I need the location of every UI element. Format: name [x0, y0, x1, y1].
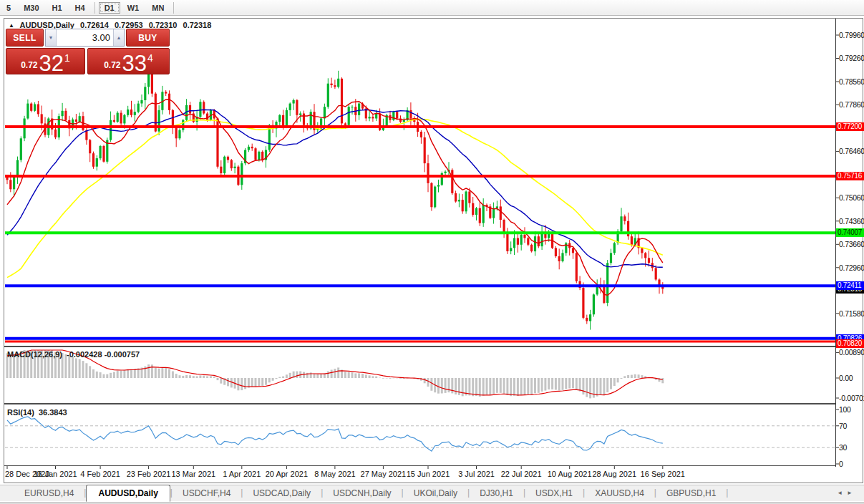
tab-scrollers: ◄► [837, 490, 857, 496]
timeframe-d1[interactable]: D1 [99, 2, 120, 14]
tab-usdcad[interactable]: USDCAD,Daily [243, 486, 321, 501]
one-click-trading-widget: SELL ▼ ▲ BUY 0.72 32 1 0.72 33 4 [6, 29, 170, 74]
timeframe-w1[interactable]: W1 [122, 2, 145, 14]
sell-button[interactable]: SELL [6, 29, 44, 47]
timeframe-h1[interactable]: H1 [47, 2, 68, 14]
buy-price-panel[interactable]: 0.72 33 4 [87, 48, 170, 74]
tab-usdchf[interactable]: USDCHF,H4 [173, 486, 241, 501]
tab-xauusd[interactable]: XAUUSD,H4 [585, 486, 654, 501]
buy-button[interactable]: BUY [126, 29, 170, 47]
tab-audusd[interactable]: AUDUSD,Daily [86, 485, 170, 502]
tab-scroll-right-icon[interactable]: ► [847, 490, 857, 496]
timeframe-h4[interactable]: H4 [69, 2, 91, 14]
tab-scroll-left-icon[interactable]: ◄ [837, 490, 847, 496]
macd-pane[interactable] [4, 348, 835, 403]
tab-usdcnh[interactable]: USDCNH,Daily [323, 486, 401, 501]
rsi-pane[interactable] [4, 405, 835, 465]
volume-input[interactable] [57, 29, 113, 46]
trading-terminal-window: 5M30H1H4D1W1MN 0.799600.792600.785600.77… [0, 0, 864, 504]
price-axis-divider [835, 19, 836, 467]
rsi-dates-divider [4, 465, 835, 466]
sell-price-prefix: 0.72 [21, 60, 37, 70]
sell-price-pip: 1 [64, 52, 70, 64]
volume-increase-icon[interactable]: ▲ [113, 29, 124, 46]
timeframe-5[interactable]: 5 [1, 2, 16, 14]
toolbar-separator [94, 2, 95, 14]
main-macd-splitter[interactable] [4, 346, 835, 347]
tab-separator: | [726, 488, 728, 499]
tab-gbpusd[interactable]: GBPUSD,H1 [656, 486, 726, 501]
timeframe-m30[interactable]: M30 [18, 2, 44, 14]
tab-dj30[interactable]: DJ30,H1 [470, 486, 523, 501]
volume-stepper: ▼ ▲ [45, 29, 125, 47]
chart-tabs-bar: EURUSD,H4|AUDUSD,Daily|USDCHF,H4|USDCAD,… [0, 485, 864, 501]
sell-price-big: 32 [39, 53, 64, 74]
tab-usdx[interactable]: USDX,H1 [525, 486, 583, 501]
tab-ukoil[interactable]: UKOil,Daily [404, 486, 467, 501]
timeframe-toolbar: 5M30H1H4D1W1MN [0, 0, 864, 16]
buy-price-prefix: 0.72 [104, 60, 120, 70]
macd-rsi-splitter[interactable] [4, 403, 835, 404]
buy-price-big: 33 [122, 53, 147, 74]
toolbar-separator [173, 2, 174, 14]
volume-decrease-icon[interactable]: ▼ [46, 29, 57, 46]
timeframe-mn[interactable]: MN [146, 2, 170, 14]
tab-eurusd[interactable]: EURUSD,H4 [14, 486, 84, 501]
buy-price-pip: 4 [147, 52, 153, 64]
sell-price-panel[interactable]: 0.72 32 1 [6, 48, 85, 74]
